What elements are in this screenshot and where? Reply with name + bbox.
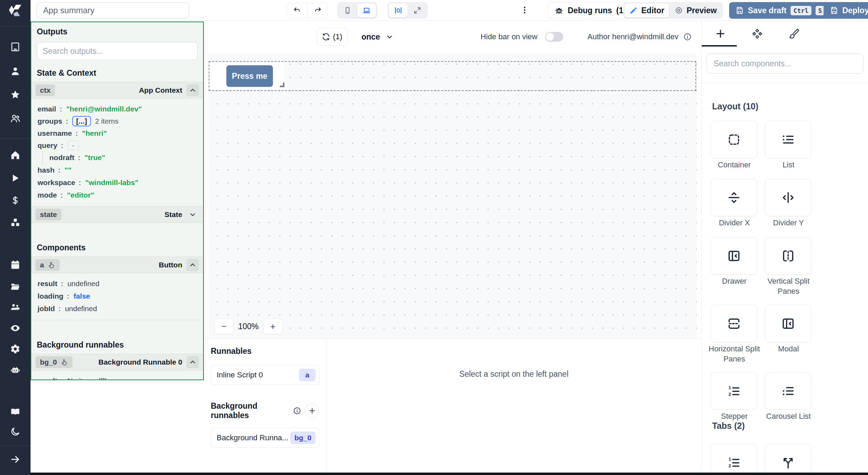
carousel-list-icon bbox=[781, 384, 795, 398]
collapse-ctx-button[interactable] bbox=[186, 84, 199, 97]
groups-settings-icon[interactable] bbox=[9, 302, 21, 312]
tab-preview[interactable]: Preview bbox=[670, 3, 721, 17]
more-options-kebab-icon[interactable] bbox=[520, 4, 529, 16]
svg-text:2: 2 bbox=[728, 392, 731, 397]
canvas-align-group bbox=[387, 2, 428, 19]
button-component-header[interactable]: a Button bbox=[31, 257, 203, 273]
component-card-carousel-list[interactable] bbox=[765, 372, 811, 410]
bg-runnable-header[interactable]: bg_0 Background Runnable 0 bbox=[31, 354, 203, 370]
component-card-stepper[interactable]: 12 bbox=[711, 372, 757, 410]
svg-text:2: 2 bbox=[728, 463, 731, 468]
deploy-button[interactable]: Deploy bbox=[824, 2, 868, 19]
add-background-runnable-button[interactable] bbox=[305, 403, 319, 418]
hand-pointer-icon bbox=[48, 261, 55, 269]
state-id-badge[interactable]: state bbox=[35, 209, 61, 220]
resize-handle[interactable] bbox=[280, 83, 284, 87]
audit-eye-icon[interactable] bbox=[10, 323, 21, 333]
expand-object-badge[interactable]: - bbox=[67, 141, 79, 150]
undo-button[interactable] bbox=[287, 3, 307, 18]
chevron-up-icon bbox=[189, 86, 197, 94]
folders-icon[interactable] bbox=[10, 281, 21, 292]
hide-bar-toggle[interactable] bbox=[545, 32, 563, 42]
runnables-panel: Runnables Inline Script 0 a Background r… bbox=[204, 339, 326, 473]
resources-boxes-icon[interactable] bbox=[10, 217, 20, 228]
state-section-header[interactable]: state State bbox=[31, 206, 203, 223]
component-card-divider-x[interactable] bbox=[711, 179, 757, 216]
zoom-in-button[interactable]: + bbox=[263, 319, 283, 334]
layout-section-title: Layout (10) bbox=[712, 101, 758, 111]
json-row: email"henri@windmill.dev" bbox=[37, 103, 203, 115]
component-card-vertical-split[interactable] bbox=[765, 237, 811, 275]
runs-play-icon[interactable] bbox=[10, 173, 20, 183]
expand-sidebar-arrow-icon[interactable] bbox=[10, 454, 20, 465]
info-icon[interactable] bbox=[683, 33, 692, 41]
pencil-icon bbox=[629, 6, 638, 15]
debug-runs-button[interactable]: Debug runs (1) bbox=[548, 2, 633, 19]
windmill-logo-icon[interactable] bbox=[7, 3, 23, 19]
tab-editor[interactable]: Editor bbox=[625, 3, 669, 17]
component-card-drawer[interactable] bbox=[711, 237, 757, 275]
tab-insert-component[interactable] bbox=[715, 28, 726, 39]
bug-icon bbox=[554, 6, 564, 15]
app-canvas: (1) once Hide bar on view Author henri@w… bbox=[205, 21, 701, 339]
component-card-horizontal-split[interactable] bbox=[711, 305, 757, 342]
app-summary-input[interactable] bbox=[36, 2, 189, 18]
variables-dollar-icon[interactable] bbox=[10, 195, 20, 206]
component-card-tabs[interactable]: 12 bbox=[711, 444, 757, 473]
search-components-input[interactable] bbox=[707, 53, 863, 74]
horizontal-split-icon bbox=[727, 316, 741, 331]
component-card-divider-y[interactable] bbox=[765, 179, 811, 216]
refresh-components-button[interactable]: (1) bbox=[317, 28, 348, 46]
expand-array-badge[interactable]: [...] bbox=[72, 116, 91, 126]
collapse-button-component[interactable] bbox=[186, 259, 199, 271]
dark-mode-moon-icon[interactable] bbox=[10, 426, 20, 437]
window-bottom-edge bbox=[31, 473, 868, 475]
chevron-down-icon bbox=[386, 33, 393, 41]
refresh-mode-dropdown[interactable]: once bbox=[361, 32, 393, 42]
users-group-icon[interactable] bbox=[10, 113, 21, 124]
info-icon[interactable] bbox=[293, 406, 301, 415]
zoom-controls: − 100% + bbox=[214, 319, 283, 334]
collapse-bg-runnable[interactable] bbox=[186, 356, 199, 368]
debug-runs-label: Debug runs bbox=[568, 6, 612, 15]
ctx-id-badge[interactable]: ctx bbox=[35, 84, 55, 96]
expand-state-button[interactable] bbox=[186, 208, 199, 221]
component-card-list[interactable] bbox=[765, 121, 811, 158]
divider-x-icon bbox=[727, 190, 741, 205]
schedules-calendar-icon[interactable] bbox=[10, 260, 20, 270]
ctx-type-label: App Context bbox=[139, 86, 182, 94]
ai-robot-icon[interactable] bbox=[10, 365, 21, 375]
home-icon[interactable] bbox=[10, 150, 20, 160]
save-draft-button[interactable]: Save draft CtrlS bbox=[729, 2, 831, 19]
background-runnable-item[interactable]: Background Runna... bg_0 bbox=[211, 428, 319, 448]
workspace-building-icon[interactable] bbox=[10, 42, 20, 52]
inline-script-item[interactable]: Inline Script 0 a bbox=[211, 365, 319, 385]
redo-button[interactable] bbox=[307, 3, 327, 18]
desktop-view-button[interactable] bbox=[357, 3, 376, 17]
tab-component-settings[interactable] bbox=[752, 28, 763, 39]
tab-theme-styling[interactable] bbox=[788, 28, 800, 39]
app-sidebar bbox=[0, 0, 31, 475]
mobile-view-button[interactable] bbox=[339, 3, 357, 17]
fullscreen-button[interactable] bbox=[408, 3, 426, 17]
chevron-down-icon bbox=[189, 211, 197, 218]
ctx-section-header[interactable]: ctx App Context bbox=[31, 82, 203, 99]
save-icon bbox=[735, 6, 744, 15]
search-outputs-input[interactable] bbox=[37, 42, 198, 60]
zoom-level: 100% bbox=[238, 322, 259, 331]
component-card-conditional-tabs[interactable] bbox=[765, 444, 811, 473]
component-card-container[interactable] bbox=[711, 121, 757, 158]
user-icon[interactable] bbox=[10, 66, 20, 76]
settings-gear-icon[interactable] bbox=[10, 344, 20, 354]
component-id-badge[interactable]: a bbox=[35, 259, 60, 271]
favorites-star-icon[interactable] bbox=[10, 90, 20, 100]
json-row: jobIdundefined bbox=[37, 302, 203, 315]
zoom-out-button[interactable]: − bbox=[214, 319, 234, 334]
center-align-button[interactable] bbox=[389, 3, 408, 17]
component-card-modal[interactable] bbox=[765, 305, 811, 342]
canvas-grid[interactable]: Press me − 100% + bbox=[209, 53, 697, 339]
vertical-split-icon bbox=[781, 249, 795, 263]
press-me-button[interactable]: Press me bbox=[226, 65, 273, 87]
bg-runnable-id-badge[interactable]: bg_0 bbox=[35, 356, 73, 368]
docs-book-icon[interactable] bbox=[10, 407, 21, 417]
